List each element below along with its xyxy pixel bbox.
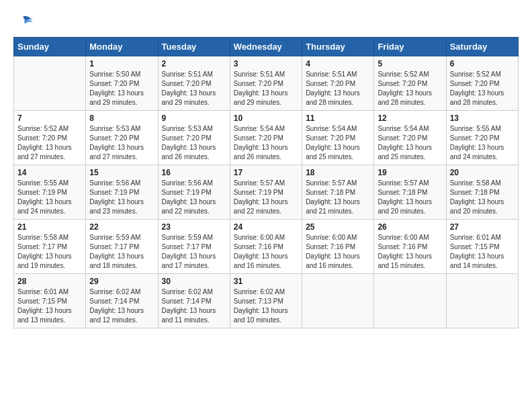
day-info: Sunrise: 5:50 AMSunset: 7:20 PMDaylight:…	[89, 70, 154, 107]
weekday-header-row: SundayMondayTuesdayWednesdayThursdayFrid…	[14, 38, 519, 56]
day-number: 18	[306, 168, 370, 177]
day-info: Sunrise: 6:02 AMSunset: 7:14 PMDaylight:…	[89, 287, 154, 325]
day-number: 10	[234, 113, 298, 123]
day-number: 24	[234, 222, 298, 232]
day-number: 27	[450, 222, 515, 232]
calendar-cell	[446, 274, 518, 328]
calendar-cell	[14, 56, 86, 111]
calendar-cell: 29Sunrise: 6:02 AMSunset: 7:14 PMDayligh…	[86, 274, 158, 328]
day-number: 29	[89, 277, 154, 286]
day-info: Sunrise: 5:57 AMSunset: 7:19 PMDaylight:…	[234, 179, 298, 216]
day-info: Sunrise: 5:56 AMSunset: 7:19 PMDaylight:…	[89, 179, 154, 216]
day-number: 23	[162, 222, 226, 232]
day-number: 20	[450, 168, 515, 177]
day-number: 21	[17, 222, 82, 232]
calendar-cell: 4Sunrise: 5:51 AMSunset: 7:20 PMDaylight…	[302, 56, 374, 111]
calendar-cell: 8Sunrise: 5:53 AMSunset: 7:20 PMDaylight…	[86, 111, 158, 165]
day-number: 5	[378, 59, 442, 68]
day-info: Sunrise: 6:00 AMSunset: 7:16 PMDaylight:…	[234, 233, 298, 271]
page-header	[13, 13, 519, 30]
calendar-cell: 23Sunrise: 5:59 AMSunset: 7:17 PMDayligh…	[158, 220, 230, 274]
day-number: 11	[306, 113, 370, 123]
calendar-cell: 22Sunrise: 5:59 AMSunset: 7:17 PMDayligh…	[86, 220, 158, 274]
calendar-cell: 20Sunrise: 5:58 AMSunset: 7:18 PMDayligh…	[446, 165, 518, 220]
calendar-cell: 10Sunrise: 5:54 AMSunset: 7:20 PMDayligh…	[230, 111, 302, 165]
day-number: 4	[306, 59, 370, 68]
day-info: Sunrise: 5:54 AMSunset: 7:20 PMDaylight:…	[378, 124, 442, 162]
calendar-cell: 1Sunrise: 5:50 AMSunset: 7:20 PMDaylight…	[86, 56, 158, 111]
weekday-header-sunday: Sunday	[14, 38, 86, 56]
day-number: 19	[378, 168, 442, 177]
weekday-header-thursday: Thursday	[302, 38, 374, 56]
day-info: Sunrise: 5:59 AMSunset: 7:17 PMDaylight:…	[162, 233, 226, 271]
day-info: Sunrise: 6:00 AMSunset: 7:16 PMDaylight:…	[378, 233, 442, 271]
day-number: 26	[378, 222, 442, 232]
day-number: 7	[17, 113, 82, 123]
calendar-table: SundayMondayTuesdayWednesdayThursdayFrid…	[13, 37, 519, 328]
day-info: Sunrise: 5:53 AMSunset: 7:20 PMDaylight:…	[89, 124, 154, 162]
day-number: 2	[162, 59, 226, 68]
day-info: Sunrise: 6:00 AMSunset: 7:16 PMDaylight:…	[306, 233, 370, 271]
calendar-week-5: 28Sunrise: 6:01 AMSunset: 7:15 PMDayligh…	[14, 274, 519, 328]
calendar-cell: 5Sunrise: 5:52 AMSunset: 7:20 PMDaylight…	[374, 56, 446, 111]
day-number: 6	[450, 59, 515, 68]
day-info: Sunrise: 6:01 AMSunset: 7:15 PMDaylight:…	[17, 287, 82, 325]
calendar-week-1: 1Sunrise: 5:50 AMSunset: 7:20 PMDaylight…	[14, 56, 519, 111]
calendar-cell	[374, 274, 446, 328]
day-info: Sunrise: 5:58 AMSunset: 7:18 PMDaylight:…	[450, 179, 515, 216]
day-number: 30	[162, 277, 226, 286]
day-info: Sunrise: 5:52 AMSunset: 7:20 PMDaylight:…	[450, 70, 515, 107]
day-info: Sunrise: 5:55 AMSunset: 7:20 PMDaylight:…	[450, 124, 515, 162]
weekday-header-tuesday: Tuesday	[158, 38, 230, 56]
day-number: 1	[89, 59, 154, 68]
day-info: Sunrise: 5:52 AMSunset: 7:20 PMDaylight:…	[17, 124, 82, 162]
day-info: Sunrise: 5:56 AMSunset: 7:19 PMDaylight:…	[162, 179, 226, 216]
calendar-cell: 15Sunrise: 5:56 AMSunset: 7:19 PMDayligh…	[86, 165, 158, 220]
day-number: 31	[234, 277, 298, 286]
calendar-cell: 21Sunrise: 5:58 AMSunset: 7:17 PMDayligh…	[14, 220, 86, 274]
calendar-week-4: 21Sunrise: 5:58 AMSunset: 7:17 PMDayligh…	[14, 220, 519, 274]
calendar-cell: 19Sunrise: 5:57 AMSunset: 7:18 PMDayligh…	[374, 165, 446, 220]
calendar-cell: 17Sunrise: 5:57 AMSunset: 7:19 PMDayligh…	[230, 165, 302, 220]
day-number: 28	[17, 277, 82, 286]
day-info: Sunrise: 5:52 AMSunset: 7:20 PMDaylight:…	[378, 70, 442, 107]
day-number: 9	[162, 113, 226, 123]
day-info: Sunrise: 6:02 AMSunset: 7:13 PMDaylight:…	[234, 287, 298, 325]
weekday-header-monday: Monday	[86, 38, 158, 56]
day-info: Sunrise: 5:53 AMSunset: 7:20 PMDaylight:…	[162, 124, 226, 162]
day-number: 8	[89, 113, 154, 123]
calendar-cell: 13Sunrise: 5:55 AMSunset: 7:20 PMDayligh…	[446, 111, 518, 165]
day-info: Sunrise: 5:57 AMSunset: 7:18 PMDaylight:…	[306, 179, 370, 216]
day-number: 22	[89, 222, 154, 232]
calendar-cell	[302, 274, 374, 328]
calendar-cell: 31Sunrise: 6:02 AMSunset: 7:13 PMDayligh…	[230, 274, 302, 328]
day-info: Sunrise: 5:51 AMSunset: 7:20 PMDaylight:…	[306, 70, 370, 107]
calendar-cell: 6Sunrise: 5:52 AMSunset: 7:20 PMDaylight…	[446, 56, 518, 111]
calendar-cell: 28Sunrise: 6:01 AMSunset: 7:15 PMDayligh…	[14, 274, 86, 328]
calendar-cell: 7Sunrise: 5:52 AMSunset: 7:20 PMDaylight…	[14, 111, 86, 165]
calendar-cell: 16Sunrise: 5:56 AMSunset: 7:19 PMDayligh…	[158, 165, 230, 220]
day-info: Sunrise: 5:54 AMSunset: 7:20 PMDaylight:…	[306, 124, 370, 162]
day-number: 14	[17, 168, 82, 177]
day-number: 25	[306, 222, 370, 232]
day-info: Sunrise: 5:59 AMSunset: 7:17 PMDaylight:…	[89, 233, 154, 271]
calendar-cell: 9Sunrise: 5:53 AMSunset: 7:20 PMDaylight…	[158, 111, 230, 165]
calendar-cell: 27Sunrise: 6:01 AMSunset: 7:15 PMDayligh…	[446, 220, 518, 274]
day-number: 16	[162, 168, 226, 177]
day-info: Sunrise: 6:02 AMSunset: 7:14 PMDaylight:…	[162, 287, 226, 325]
day-number: 3	[234, 59, 298, 68]
calendar-cell: 24Sunrise: 6:00 AMSunset: 7:16 PMDayligh…	[230, 220, 302, 274]
calendar-cell: 25Sunrise: 6:00 AMSunset: 7:16 PMDayligh…	[302, 220, 374, 274]
day-info: Sunrise: 5:51 AMSunset: 7:20 PMDaylight:…	[234, 70, 298, 107]
calendar-cell: 26Sunrise: 6:00 AMSunset: 7:16 PMDayligh…	[374, 220, 446, 274]
calendar-week-2: 7Sunrise: 5:52 AMSunset: 7:20 PMDaylight…	[14, 111, 519, 165]
calendar-cell: 12Sunrise: 5:54 AMSunset: 7:20 PMDayligh…	[374, 111, 446, 165]
calendar-cell: 18Sunrise: 5:57 AMSunset: 7:18 PMDayligh…	[302, 165, 374, 220]
day-number: 12	[378, 113, 442, 123]
calendar-cell: 30Sunrise: 6:02 AMSunset: 7:14 PMDayligh…	[158, 274, 230, 328]
logo	[13, 13, 36, 30]
day-number: 13	[450, 113, 515, 123]
calendar-cell: 2Sunrise: 5:51 AMSunset: 7:20 PMDaylight…	[158, 56, 230, 111]
weekday-header-friday: Friday	[374, 38, 446, 56]
day-info: Sunrise: 5:54 AMSunset: 7:20 PMDaylight:…	[234, 124, 298, 162]
